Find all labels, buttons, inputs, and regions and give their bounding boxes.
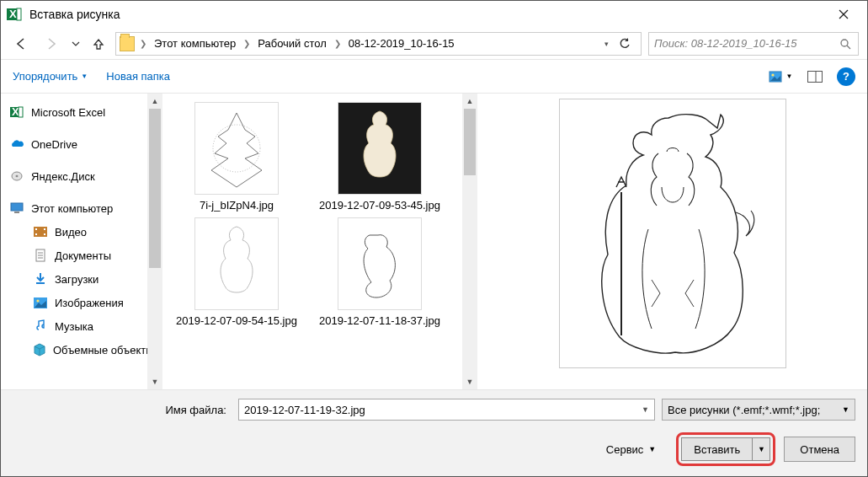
document-icon bbox=[33, 248, 48, 263]
svg-rect-13 bbox=[19, 107, 23, 117]
close-button[interactable] bbox=[825, 1, 862, 28]
insert-dropdown[interactable]: ▼ bbox=[752, 437, 770, 461]
chevron-down-icon: ▼ bbox=[842, 405, 849, 414]
chevron-right-icon: ❯ bbox=[140, 39, 146, 48]
sidebar-item-thispc[interactable]: Этот компьютер bbox=[1, 196, 147, 220]
pc-icon bbox=[9, 201, 24, 216]
file-item[interactable]: 2019-12-07-11-18-37.jpg bbox=[309, 217, 450, 328]
chevron-down-icon[interactable]: ▼ bbox=[642, 405, 649, 414]
file-thumbnail bbox=[194, 102, 279, 195]
svg-text:X: X bbox=[9, 8, 17, 20]
svg-line-6 bbox=[847, 46, 850, 49]
sidebar-item-downloads[interactable]: Загрузки bbox=[1, 267, 147, 291]
svg-rect-16 bbox=[11, 203, 23, 211]
sidebar-item-video[interactable]: Видео bbox=[1, 220, 147, 244]
scroll-down-icon[interactable]: ▼ bbox=[462, 374, 477, 389]
refresh-button[interactable] bbox=[617, 36, 632, 51]
nav-row: ❯ Этот компьютер ❯ Рабочий стол ❯ 08-12-… bbox=[1, 28, 867, 60]
picture-icon bbox=[33, 295, 48, 310]
preview-image bbox=[559, 99, 786, 368]
sidebar-item-3d[interactable]: Объемные объекты bbox=[1, 338, 147, 362]
forward-button[interactable] bbox=[40, 32, 63, 56]
excel-icon: X bbox=[9, 105, 24, 120]
filelist-scrollbar[interactable]: ▲ ▼ bbox=[462, 94, 477, 389]
window-title: Вставка рисунка bbox=[29, 8, 825, 21]
scroll-up-icon[interactable]: ▲ bbox=[462, 94, 477, 109]
download-icon bbox=[33, 271, 48, 287]
help-button[interactable]: ? bbox=[837, 67, 855, 86]
svg-point-8 bbox=[771, 73, 774, 76]
new-folder-button[interactable]: Новая папка bbox=[106, 70, 170, 83]
sidebar-item-onedrive[interactable]: OneDrive bbox=[1, 132, 147, 156]
file-list[interactable]: 7i-j_bIZpN4.jpg 2019-12-07-09-53-45.jpg … bbox=[162, 94, 462, 389]
file-thumbnail bbox=[338, 217, 422, 310]
cancel-button[interactable]: Отмена bbox=[784, 437, 855, 462]
video-icon bbox=[33, 224, 48, 239]
search-icon bbox=[839, 38, 853, 50]
address-bar[interactable]: ❯ Этот компьютер ❯ Рабочий стол ❯ 08-12-… bbox=[115, 32, 642, 56]
file-item[interactable]: 7i-j_bIZpN4.jpg bbox=[166, 102, 307, 212]
bottom-panel: Имя файла: 2019-12-07-11-19-32.jpg ▼ Все… bbox=[1, 389, 867, 476]
folder-icon bbox=[120, 36, 135, 51]
recent-locations-dropdown[interactable] bbox=[70, 40, 82, 48]
insert-button[interactable]: Вставить bbox=[681, 437, 752, 461]
chevron-down-icon: ▼ bbox=[81, 72, 88, 80]
svg-rect-19 bbox=[35, 228, 37, 230]
picture-icon bbox=[769, 71, 782, 83]
cube-icon bbox=[33, 342, 46, 357]
chevron-down-icon: ▼ bbox=[648, 445, 656, 453]
up-button[interactable] bbox=[88, 34, 109, 54]
chevron-down-icon: ▼ bbox=[786, 72, 793, 80]
cloud-icon bbox=[9, 137, 24, 152]
svg-point-5 bbox=[841, 40, 848, 46]
sidebar-item-excel[interactable]: X Microsoft Excel bbox=[1, 100, 147, 124]
file-name: 2019-12-07-09-53-45.jpg bbox=[319, 198, 440, 212]
excel-icon: X bbox=[6, 6, 23, 23]
file-name: 2019-12-07-09-54-15.jpg bbox=[176, 314, 297, 328]
scrollbar-thumb[interactable] bbox=[149, 109, 161, 268]
insert-button-highlight: Вставить ▼ bbox=[676, 432, 775, 466]
svg-rect-22 bbox=[44, 233, 45, 235]
organize-button[interactable]: Упорядочить ▼ bbox=[13, 70, 88, 83]
svg-rect-18 bbox=[34, 227, 47, 237]
title-bar: X Вставка рисунка bbox=[1, 1, 867, 28]
search-placeholder: Поиск: 08-12-2019_10-16-15 bbox=[654, 37, 839, 50]
breadcrumb-segment[interactable]: 08-12-2019_10-16-15 bbox=[346, 35, 457, 51]
sidebar-item-docs[interactable]: Документы bbox=[1, 244, 147, 267]
scroll-up-icon[interactable]: ▲ bbox=[147, 94, 162, 109]
file-name: 2019-12-07-11-18-37.jpg bbox=[319, 314, 440, 328]
scrollbar-thumb[interactable] bbox=[464, 109, 476, 175]
back-button[interactable] bbox=[9, 32, 33, 56]
sidebar-item-yadisk[interactable]: Яндекс.Диск bbox=[1, 164, 147, 188]
svg-rect-21 bbox=[44, 228, 45, 230]
chevron-down-icon[interactable]: ▾ bbox=[604, 40, 609, 48]
main-area: X Microsoft Excel OneDrive Яндекс.Диск Э… bbox=[1, 94, 867, 389]
file-thumbnail bbox=[338, 102, 422, 195]
filename-label: Имя файла: bbox=[13, 404, 232, 416]
svg-rect-17 bbox=[14, 212, 19, 213]
scroll-down-icon[interactable]: ▼ bbox=[147, 374, 162, 389]
toolbar: Упорядочить ▼ Новая папка ▼ ? bbox=[1, 60, 867, 94]
preview-pane bbox=[477, 94, 867, 389]
sidebar-item-pictures[interactable]: Изображения bbox=[1, 291, 147, 314]
view-mode-button[interactable]: ▼ bbox=[763, 67, 798, 87]
breadcrumb-segment[interactable]: Этот компьютер bbox=[152, 35, 238, 51]
svg-rect-9 bbox=[808, 71, 823, 82]
file-item[interactable]: 2019-12-07-09-54-15.jpg bbox=[166, 217, 307, 328]
tools-dropdown[interactable]: Сервис ▼ bbox=[606, 443, 656, 456]
file-type-filter[interactable]: Все рисунки (*.emf;*.wmf;*.jpg; ▼ bbox=[662, 399, 855, 421]
sidebar-item-music[interactable]: Музыка bbox=[1, 314, 147, 338]
preview-pane-button[interactable] bbox=[803, 67, 827, 87]
breadcrumb-segment[interactable]: Рабочий стол bbox=[255, 35, 329, 51]
content-area: 7i-j_bIZpN4.jpg 2019-12-07-09-53-45.jpg … bbox=[162, 94, 867, 389]
file-item[interactable]: 2019-12-07-09-53-45.jpg bbox=[309, 102, 450, 212]
sidebar-scrollbar[interactable]: ▲ ▼ bbox=[147, 94, 162, 389]
filename-input[interactable]: 2019-12-07-11-19-32.jpg ▼ bbox=[238, 399, 655, 421]
svg-rect-20 bbox=[35, 233, 37, 235]
preview-pane-icon bbox=[807, 71, 823, 83]
dialog-window: X Вставка рисунка ❯ Этот компьютер ❯ Раб… bbox=[0, 0, 868, 477]
search-input[interactable]: Поиск: 08-12-2019_10-16-15 bbox=[648, 32, 859, 56]
chevron-right-icon: ❯ bbox=[243, 39, 250, 48]
file-thumbnail bbox=[194, 217, 279, 310]
file-name: 7i-j_bIZpN4.jpg bbox=[200, 198, 274, 212]
